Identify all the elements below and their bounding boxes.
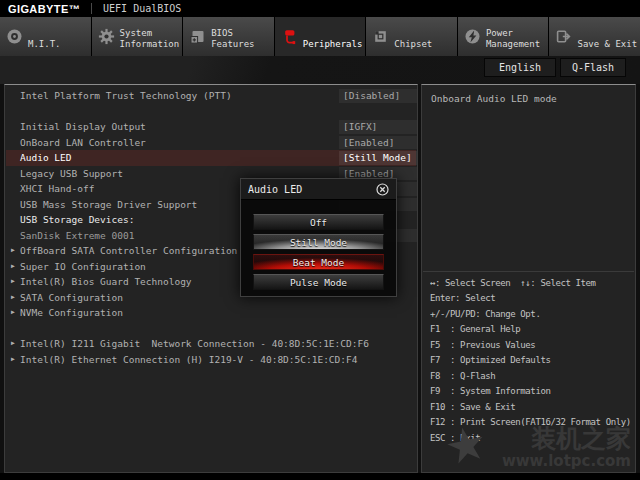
key-help-line: Enter: Select bbox=[430, 291, 633, 307]
help-panel: Onboard Audio LED mode ↔: Select Screen … bbox=[421, 84, 636, 473]
submenu-arrow-icon: ▶ bbox=[11, 247, 15, 254]
setting-label: NVMe Configuration bbox=[20, 307, 123, 318]
setting-row-intel-r-ethernet-connection-h-i219-v-40-8d-5c-1e-cd-f4[interactable]: ▶Intel(R) Ethernet Connection (H) I219-V… bbox=[6, 352, 416, 368]
tab-save-exit[interactable]: Save & Exit bbox=[549, 17, 640, 56]
mit-icon bbox=[6, 28, 23, 45]
watermark-url: www.lotpc.com bbox=[502, 452, 631, 470]
item-help-text: Onboard Audio LED mode bbox=[422, 85, 635, 112]
setting-label: SanDisk Extreme 0001 bbox=[20, 230, 134, 241]
top-bar: GIGABYTE™ UEFI DualBIOS bbox=[0, 0, 640, 17]
tab-chipset[interactable]: Chipset bbox=[366, 17, 457, 56]
bottom-strip bbox=[0, 473, 640, 480]
setting-label: Intel(R) Ethernet Connection (H) I219-V … bbox=[20, 354, 357, 365]
key-help-line: +/-/PU/PD: Change Opt. bbox=[430, 306, 633, 322]
setting-value: [Still Mode] bbox=[339, 151, 417, 165]
dialog-option-still-mode[interactable]: Still Mode bbox=[253, 234, 384, 250]
setting-label: XHCI Hand-off bbox=[20, 183, 94, 194]
tab-label: BIOS Features bbox=[211, 28, 254, 50]
setting-row-intel-platform-trust-technology-ptt[interactable]: Intel Platform Trust Technology (PTT)[Di… bbox=[6, 88, 416, 104]
language-button[interactable]: English bbox=[484, 58, 556, 77]
spacer-row bbox=[6, 104, 416, 120]
spacer-row bbox=[6, 321, 416, 337]
tab-label: System Information bbox=[120, 28, 180, 50]
tab-m-i-t[interactable]: M.I.T. bbox=[0, 17, 91, 56]
submenu-arrow-icon: ▶ bbox=[11, 294, 15, 301]
dialog-option-pulse-mode[interactable]: Pulse Mode bbox=[253, 274, 384, 290]
setting-label: OnBoard LAN Controller bbox=[20, 137, 146, 148]
submenu-arrow-icon: ▶ bbox=[11, 309, 15, 316]
dialog-title: Audio LED bbox=[248, 184, 302, 195]
setting-value: [Disabled] bbox=[339, 89, 417, 103]
system-information-icon bbox=[98, 28, 115, 45]
close-icon[interactable] bbox=[376, 183, 389, 196]
save-exit-icon bbox=[555, 28, 572, 45]
setting-value: [IGFX] bbox=[339, 120, 417, 134]
key-help-line: F7 : Optimized Defaults bbox=[430, 353, 633, 369]
dialog-option-beat-mode[interactable]: Beat Mode bbox=[253, 254, 384, 270]
setting-label: OffBoard SATA Controller Configuration bbox=[20, 245, 237, 256]
tab-peripherals[interactable]: Peripherals bbox=[275, 17, 366, 56]
divider bbox=[91, 3, 92, 14]
setting-label: Initial Display Output bbox=[20, 121, 146, 132]
peripherals-icon bbox=[281, 28, 298, 45]
submenu-arrow-icon: ▶ bbox=[11, 278, 15, 285]
setting-label: Audio LED bbox=[20, 152, 71, 163]
setting-label: Intel Platform Trust Technology (PTT) bbox=[20, 90, 232, 101]
submenu-arrow-icon: ▶ bbox=[11, 356, 15, 363]
dialog-options: OffStill ModeBeat ModePulse Mode bbox=[253, 214, 384, 294]
setting-row-initial-display-output[interactable]: Initial Display Output[IGFX] bbox=[6, 119, 416, 135]
setting-label: Legacy USB Support bbox=[20, 168, 123, 179]
tab-bios-features[interactable]: BIOS Features bbox=[183, 17, 274, 56]
tab-bar: M.I.T.System InformationBIOS FeaturesPer… bbox=[0, 17, 640, 56]
setting-row-onboard-lan-controller[interactable]: OnBoard LAN Controller[Enabled] bbox=[6, 135, 416, 151]
setting-value: [Enabled] bbox=[339, 136, 417, 150]
tab-label: M.I.T. bbox=[28, 39, 61, 50]
power-management-icon bbox=[464, 28, 481, 45]
setting-row-intel-r-i211-gigabit-network-connection-40-8d-5c-1e-cd-f6[interactable]: ▶Intel(R) I211 Gigabit Network Connectio… bbox=[6, 336, 416, 352]
key-help-line: F1 : General Help bbox=[430, 322, 633, 338]
setting-row-audio-led[interactable]: Audio LED[Still Mode] bbox=[6, 150, 416, 166]
tab-label: Save & Exit bbox=[577, 39, 637, 50]
divider bbox=[423, 271, 634, 272]
key-help-line: F8 : Q-Flash bbox=[430, 368, 633, 384]
chipset-icon bbox=[372, 28, 389, 45]
tab-system-information[interactable]: System Information bbox=[92, 17, 183, 56]
submenu-arrow-icon: ▶ bbox=[11, 263, 15, 270]
setting-label: SATA Configuration bbox=[20, 292, 123, 303]
bios-screen: GIGABYTE™ UEFI DualBIOS M.I.T.System Inf… bbox=[0, 0, 640, 480]
tab-power-management[interactable]: Power Management bbox=[458, 17, 549, 56]
audio-led-dialog: Audio LED OffStill ModeBeat ModePulse Mo… bbox=[240, 178, 397, 297]
tab-label: Peripherals bbox=[303, 39, 363, 50]
setting-label: USB Storage Devices: bbox=[20, 214, 134, 225]
setting-label: Intel(R) Bios Guard Technology bbox=[20, 276, 192, 287]
key-help-line: F5 : Previous Values bbox=[430, 337, 633, 353]
key-help-line: ↔: Select Screen ↑↓: Select Item bbox=[430, 275, 633, 291]
submenu-arrow-icon: ▶ bbox=[11, 340, 15, 347]
dialog-option-off[interactable]: Off bbox=[253, 214, 384, 230]
firmware-title: UEFI DualBIOS bbox=[103, 3, 181, 14]
setting-row-nvme-configuration[interactable]: ▶NVMe Configuration bbox=[6, 305, 416, 321]
tab-label: Power Management bbox=[486, 28, 540, 50]
dialog-title-bar: Audio LED bbox=[241, 179, 396, 200]
key-help-line: F9 : System Information bbox=[430, 384, 633, 400]
bios-features-icon bbox=[189, 28, 206, 45]
gigabyte-logo: GIGABYTE™ bbox=[8, 3, 80, 15]
tab-label: Chipset bbox=[394, 39, 432, 50]
setting-label: Super IO Configuration bbox=[20, 261, 146, 272]
setting-label: Intel(R) I211 Gigabit Network Connection… bbox=[20, 338, 369, 349]
setting-label: USB Mass Storage Driver Support bbox=[20, 199, 197, 210]
qflash-button[interactable]: Q-Flash bbox=[560, 58, 626, 77]
